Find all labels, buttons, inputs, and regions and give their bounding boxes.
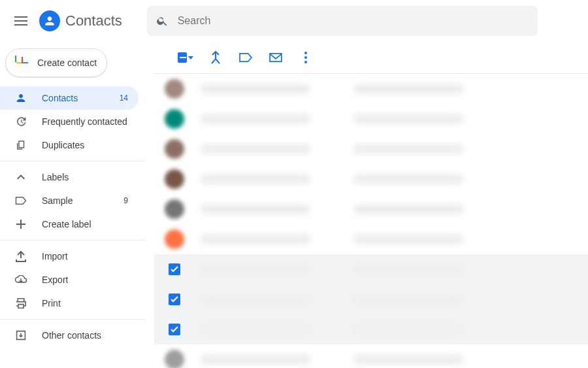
contact-avatar[interactable] xyxy=(165,199,184,219)
sidebar-item-duplicates[interactable]: Duplicates xyxy=(0,133,139,157)
search-bar[interactable] xyxy=(147,6,538,36)
contact-avatar[interactable] xyxy=(165,350,184,368)
sidebar-label-sample[interactable]: Sample 9 xyxy=(0,189,139,212)
sidebar-item-label: Sample xyxy=(42,195,109,206)
contact-name-redacted xyxy=(200,294,311,305)
contact-name-redacted xyxy=(200,174,311,184)
divider xyxy=(0,161,145,161)
contact-row[interactable] xyxy=(154,194,588,224)
contact-email-redacted xyxy=(353,264,464,275)
plus-icon xyxy=(14,220,27,229)
contact-name-redacted xyxy=(200,204,311,214)
contact-avatar[interactable] xyxy=(165,169,184,189)
contact-name-redacted xyxy=(200,234,311,244)
contact-checkbox-checked[interactable] xyxy=(169,293,180,305)
more-vert-icon xyxy=(304,52,307,63)
merge-button[interactable] xyxy=(208,50,223,65)
label-icon xyxy=(238,52,253,63)
sidebar-item-count: 9 xyxy=(123,196,128,205)
search-input[interactable] xyxy=(178,15,529,27)
sidebar-item-label: Contacts xyxy=(42,93,105,103)
selection-dropdown[interactable] xyxy=(178,50,193,65)
sidebar-item-label: Create label xyxy=(42,219,128,229)
contact-avatar[interactable] xyxy=(165,229,184,249)
sidebar-item-contacts[interactable]: Contacts 14 xyxy=(0,86,139,110)
create-contact-label: Create contact xyxy=(37,58,97,68)
selection-toolbar xyxy=(154,42,588,73)
contact-row[interactable] xyxy=(154,224,588,254)
export-icon xyxy=(14,275,27,284)
contact-email-redacted xyxy=(353,294,464,305)
app-title: Contacts xyxy=(65,12,122,29)
more-actions-button[interactable] xyxy=(298,50,314,65)
sidebar-create-label[interactable]: Create label xyxy=(0,212,139,236)
contact-name-redacted xyxy=(200,354,311,365)
contact-email-redacted xyxy=(353,324,464,335)
contact-avatar[interactable] xyxy=(165,79,184,99)
search-icon xyxy=(156,14,169,27)
archive-icon xyxy=(14,330,27,341)
manage-labels-button[interactable] xyxy=(238,50,253,65)
create-contact-button[interactable]: Create contact xyxy=(5,48,107,77)
contact-row[interactable] xyxy=(154,254,588,284)
contact-row[interactable] xyxy=(154,344,588,368)
contact-row[interactable] xyxy=(154,104,588,134)
contact-name-redacted xyxy=(200,84,311,94)
sidebar-item-count: 14 xyxy=(120,93,128,103)
svg-point-0 xyxy=(304,52,307,54)
check-icon xyxy=(171,296,178,303)
contact-row[interactable] xyxy=(154,134,588,164)
sidebar-item-label: Frequently contacted xyxy=(42,116,128,127)
contact-row[interactable] xyxy=(154,164,588,194)
sidebar-item-label: Print xyxy=(42,298,128,309)
caret-down-icon xyxy=(188,56,193,59)
contact-email-redacted xyxy=(353,174,464,184)
contact-row[interactable] xyxy=(154,284,588,314)
sidebar-item-export[interactable]: Export xyxy=(0,268,139,292)
divider xyxy=(0,240,145,241)
check-icon xyxy=(171,266,178,273)
sidebar-item-label: Export xyxy=(42,275,128,285)
import-icon xyxy=(14,250,27,262)
main-menu-button[interactable] xyxy=(8,8,34,34)
contact-row[interactable] xyxy=(154,74,588,104)
contact-email-redacted xyxy=(353,234,464,244)
contact-avatar[interactable] xyxy=(165,139,184,159)
sidebar-item-label: Labels xyxy=(42,172,128,182)
chevron-up-icon xyxy=(14,175,27,180)
sidebar-item-import[interactable]: Import xyxy=(0,244,139,268)
sidebar-item-other-contacts[interactable]: Other contacts xyxy=(0,324,139,347)
history-icon xyxy=(14,116,27,127)
contact-row[interactable] xyxy=(154,314,588,344)
contact-email-redacted xyxy=(353,354,464,365)
app-logo: Contacts xyxy=(39,10,122,31)
sidebar-item-print[interactable]: Print xyxy=(0,292,139,315)
contact-list xyxy=(154,73,588,368)
sidebar-item-label: Import xyxy=(42,251,128,261)
main-content xyxy=(145,42,588,368)
sidebar-labels-header[interactable]: Labels xyxy=(0,165,139,189)
print-icon xyxy=(14,298,27,309)
sidebar-item-frequent[interactable]: Frequently contacted xyxy=(0,110,139,133)
sidebar: Create contact Contacts 14 Frequently co… xyxy=(0,42,145,368)
contact-name-redacted xyxy=(200,114,311,124)
contact-avatar[interactable] xyxy=(165,109,184,129)
contact-email-redacted xyxy=(353,204,464,214)
selection-indicator-icon xyxy=(178,52,187,63)
contact-email-redacted xyxy=(353,144,464,154)
svg-point-2 xyxy=(304,61,307,63)
contact-checkbox-checked[interactable] xyxy=(169,324,180,335)
email-icon xyxy=(269,52,283,63)
duplicate-icon xyxy=(14,139,27,151)
contact-email-redacted xyxy=(353,84,464,94)
check-icon xyxy=(171,326,178,333)
merge-icon xyxy=(210,51,221,64)
person-icon xyxy=(14,92,27,104)
contact-name-redacted xyxy=(200,324,311,335)
sidebar-item-label: Other contacts xyxy=(42,330,128,341)
contact-name-redacted xyxy=(200,264,311,275)
svg-point-1 xyxy=(304,56,307,59)
contacts-logo-icon xyxy=(39,10,60,31)
send-email-button[interactable] xyxy=(268,50,284,65)
contact-checkbox-checked[interactable] xyxy=(169,263,180,275)
